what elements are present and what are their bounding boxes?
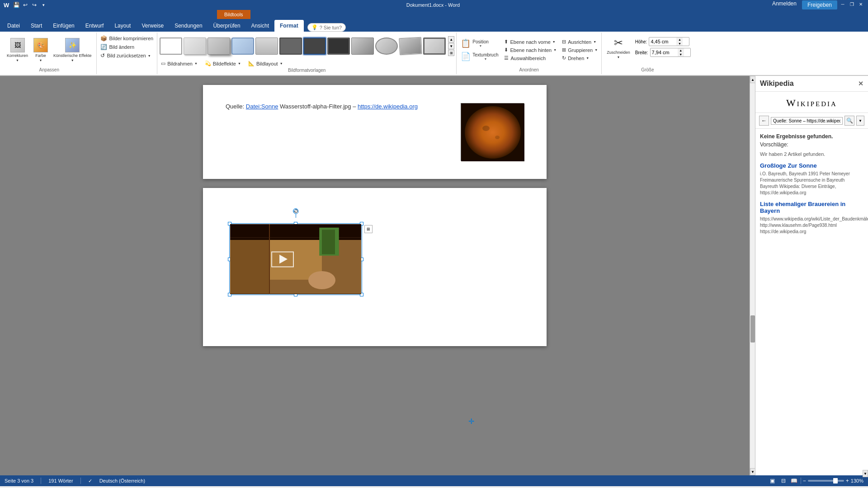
scroll-down-btn[interactable]: ▼ [750, 468, 755, 475]
restore-btn[interactable]: ❐ [848, 0, 855, 8]
wiki-search-input[interactable] [771, 117, 843, 125]
wiki-result-1-title[interactable]: Großloge Zur Sonne [760, 162, 863, 169]
img-style-6[interactable] [279, 38, 302, 55]
bildlayout-btn[interactable]: 📐 Bildlayout ▼ [246, 60, 285, 67]
textumbruch-btn[interactable]: 📄 Textumbruch ▼ [458, 50, 500, 63]
img-style-9[interactable] [351, 38, 374, 55]
wiki-search-submit[interactable]: 🔍 [844, 116, 854, 126]
tab-ueberpruefen[interactable]: Überprüfen [208, 20, 246, 32]
img-style-10[interactable] [375, 38, 398, 55]
play-button[interactable] [271, 251, 294, 267]
tab-sendungen[interactable]: Sendungen [169, 20, 208, 32]
close-btn[interactable]: ✕ [857, 0, 864, 8]
svg-point-1 [465, 106, 521, 159]
styles-expand-down[interactable]: ▼ [448, 43, 454, 49]
position-btn[interactable]: 📋 Position ▼ [458, 37, 500, 50]
wiki-no-results: Keine Ergebnisse gefunden. [760, 133, 863, 140]
wiki-result-2-title[interactable]: Liste ehemaliger Brauereien in Bayern [760, 201, 863, 214]
print-layout-btn[interactable]: ▣ [768, 477, 777, 485]
hoehe-input[interactable]: 4,45 cm ▲ ▼ [649, 37, 689, 46]
tab-format[interactable]: Format [274, 20, 304, 32]
img-style-12[interactable] [423, 38, 446, 55]
ausrichten-btn[interactable]: ⊟ Ausrichten ▼ [560, 38, 599, 46]
breite-input[interactable]: 7,94 cm ▲ ▼ [650, 48, 691, 57]
img-style-1[interactable] [160, 38, 182, 55]
tab-ansicht[interactable]: Ansicht [246, 20, 274, 32]
breite-down[interactable]: ▼ [678, 52, 684, 56]
scroll-thumb[interactable] [750, 315, 755, 343]
document-scroll[interactable]: Quelle: Datei:Sonne Wasserstoff-alpha-Fi… [0, 76, 750, 475]
spell-check-icon[interactable]: ✓ [88, 478, 92, 484]
korrekturen-icon: 🖼 [10, 38, 25, 52]
img-style-8[interactable] [327, 38, 350, 55]
layout-icon[interactable]: ⊞ [364, 225, 373, 233]
styles-expand-up[interactable]: ▲ [448, 36, 454, 42]
reading-btn[interactable]: 📖 [790, 477, 799, 485]
drehen-btn[interactable]: ↻ Drehen ▼ [560, 54, 599, 62]
wikipedia-link[interactable]: https://de.wikipedia.org [358, 103, 418, 110]
wiki-dropdown-btn[interactable]: ▼ [856, 116, 864, 126]
undo-icon[interactable]: ↩ [22, 1, 29, 9]
zoom-slider[interactable] [808, 480, 844, 482]
minimize-btn[interactable]: ─ [839, 0, 846, 8]
tell-me-box[interactable]: 💡 ? Sie tun? [307, 23, 346, 32]
bilder-komprimieren-btn[interactable]: 📦 Bilder komprimieren [99, 34, 155, 42]
breite-up[interactable]: ▲ [678, 48, 684, 52]
tab-einfuegen[interactable]: Einfügen [47, 20, 80, 32]
kuenstlerische-effekte-btn[interactable]: ✨ Künstlerische Effekte ▼ [51, 37, 94, 64]
freigeben-btn[interactable]: Freigeben [802, 0, 837, 9]
bild-aendern-btn[interactable]: 🔄 Bild ändern [99, 43, 136, 51]
ebene-vorne-btn[interactable]: ⬆ Ebene nach vorne ▼ [502, 38, 558, 46]
zoom-out-btn[interactable]: − [803, 478, 806, 484]
img-style-2[interactable] [184, 38, 206, 55]
tab-entwurf[interactable]: Entwurf [80, 20, 109, 32]
img-style-11[interactable] [399, 37, 422, 56]
wiki-vorschlaege: Vorschläge: [760, 141, 863, 148]
anmelden-btn[interactable]: Anmelden [772, 0, 797, 9]
wiki-back-btn[interactable]: ← [759, 116, 769, 126]
redo-icon[interactable]: ↪ [31, 1, 38, 9]
language-indicator[interactable]: Deutsch (Österreich) [99, 478, 145, 483]
scroll-up-btn[interactable]: ▲ [750, 76, 755, 83]
web-layout-btn[interactable]: ⊟ [779, 477, 788, 485]
auswahlbereich-icon: ☰ [504, 55, 509, 61]
zuschneiden-btn[interactable]: ✂ Zuschneiden ▼ [604, 35, 632, 60]
tab-verweise[interactable]: Verweise [136, 20, 169, 32]
more-qa-icon[interactable]: ▼ [40, 1, 47, 9]
auswahlbereich-btn[interactable]: ☰ Auswahlbereich [502, 54, 558, 62]
vertical-scrollbar[interactable]: ▲ ▼ [750, 76, 755, 475]
bildeffekte-btn[interactable]: 💫 Bildeffekte ▼ [203, 60, 243, 67]
korrekturen-btn[interactable]: 🖼 Korrekturen ▼ [5, 37, 30, 63]
tab-layout[interactable]: Layout [109, 20, 136, 32]
zoom-in-btn[interactable]: + [846, 478, 849, 484]
img-style-4[interactable] [231, 38, 254, 55]
tell-me-icon: 💡 [311, 24, 318, 30]
breite-value[interactable]: 7,94 cm [651, 49, 678, 56]
farbe-btn[interactable]: 🎨 Farbe ▼ [31, 37, 50, 63]
img-style-7[interactable] [303, 38, 326, 55]
datei-sonne-link[interactable]: Datei:Sonne [246, 103, 278, 110]
rotate-handle[interactable] [293, 208, 298, 214]
img-style-3[interactable] [208, 38, 230, 55]
bild-zuruecksetzen-btn[interactable]: ↺ Bild zurücksetzen ▼ [99, 52, 152, 60]
source-middle-text: Wasserstoff-alpha-Filter.jpg – [280, 103, 356, 110]
hoehe-down[interactable]: ▼ [676, 42, 683, 46]
styles-more[interactable]: ⊞ [448, 50, 454, 56]
ebene-hinten-btn[interactable]: ⬇ Ebene nach hinten ▼ [502, 46, 558, 54]
ribbon-group-bildformatvorlagen: ▲ ▼ ⊞ ▭ Bildrahmen ▼ 💫 Bildeffekte ▼ 📐 [157, 33, 457, 74]
save-icon[interactable]: 💾 [13, 1, 20, 9]
img-style-5[interactable] [255, 38, 278, 55]
video-container[interactable]: ⊞ ✛ [226, 220, 366, 299]
document-page-source: Quelle: Datei:Sonne Wasserstoff-alpha-Fi… [203, 85, 547, 179]
hoehe-value[interactable]: 4,45 cm [649, 38, 676, 45]
zoom-thumb[interactable] [833, 478, 838, 483]
gruppieren-btn[interactable]: ⊞ Gruppieren ▼ [560, 46, 599, 54]
wiki-close-btn[interactable]: ✕ [858, 80, 863, 87]
hoehe-up[interactable]: ▲ [676, 38, 683, 42]
wiki-scroll-down[interactable]: ▼ [863, 470, 868, 477]
tab-start[interactable]: Start [25, 20, 47, 32]
tab-datei[interactable]: Datei [2, 20, 25, 32]
wiki-search-bar: ← 🔍 ▼ [755, 113, 868, 129]
bildrahmen-btn[interactable]: ▭ Bildrahmen ▼ [159, 60, 199, 67]
title-bar: W 💾 ↩ ↪ ▼ Dokument1.docx - Word Anmelden… [0, 0, 868, 10]
